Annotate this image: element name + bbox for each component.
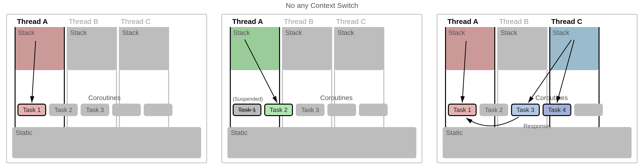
- thread-c-label: Thread C: [551, 18, 582, 26]
- stack-c: Stack: [120, 27, 168, 70]
- panel-1: Thread A Thread B Thread C Stack Stack S…: [6, 14, 207, 163]
- task-3: Task 3: [296, 104, 324, 116]
- task-empty-1: [328, 104, 356, 116]
- response-label: Response: [524, 123, 549, 130]
- task-1: Task 1: [448, 104, 476, 116]
- task-3: Task 3: [511, 104, 540, 116]
- task-empty-2: [144, 104, 172, 116]
- stack-c: Stack: [550, 27, 598, 70]
- static-region: Static: [12, 127, 201, 158]
- task-2: Task 2: [480, 104, 508, 116]
- coroutines-label: Coroutines: [320, 94, 352, 102]
- coroutines-label: Coroutines: [536, 94, 568, 102]
- thread-c-label: Thread C: [336, 18, 366, 26]
- thread-b-label: Thread B: [284, 18, 313, 26]
- diagram-title: No any Context Switch: [0, 2, 644, 10]
- task-2: Task 2: [264, 104, 293, 116]
- task-empty: [574, 104, 603, 116]
- task-2: Task 2: [49, 104, 78, 116]
- task-empty-1: [112, 104, 141, 116]
- coroutines-label: Coroutines: [88, 94, 120, 102]
- thread-a-label: Thread A: [448, 18, 478, 26]
- panel-2: Thread A Thread B Thread C Stack Stack S…: [222, 14, 422, 163]
- suspended-label: (Suspended): [233, 96, 263, 102]
- stack-b: Stack: [498, 27, 546, 70]
- stack-b: Stack: [283, 27, 331, 70]
- stack-a: Stack: [446, 27, 494, 70]
- task-4: Task 4: [542, 104, 571, 116]
- stack-c: Stack: [335, 27, 383, 70]
- task-1: Task 1: [18, 104, 46, 116]
- task-1-suspended: Task 1: [233, 104, 262, 116]
- stack-a: Stack: [231, 27, 279, 70]
- static-region: Static: [228, 127, 416, 158]
- stack-a: Stack: [16, 27, 64, 70]
- thread-a-label: Thread A: [232, 18, 263, 26]
- stack-b: Stack: [68, 27, 116, 70]
- thread-b-label: Thread B: [69, 18, 98, 26]
- task-3: Task 3: [80, 104, 109, 116]
- panel-3: Thread A Thread B Thread C Stack Stack S…: [437, 14, 638, 163]
- thread-b-label: Thread B: [499, 18, 528, 26]
- task-empty-2: [359, 104, 388, 116]
- thread-a-label: Thread A: [17, 18, 48, 26]
- static-region: Static: [443, 127, 632, 158]
- thread-c-label: Thread C: [121, 18, 151, 26]
